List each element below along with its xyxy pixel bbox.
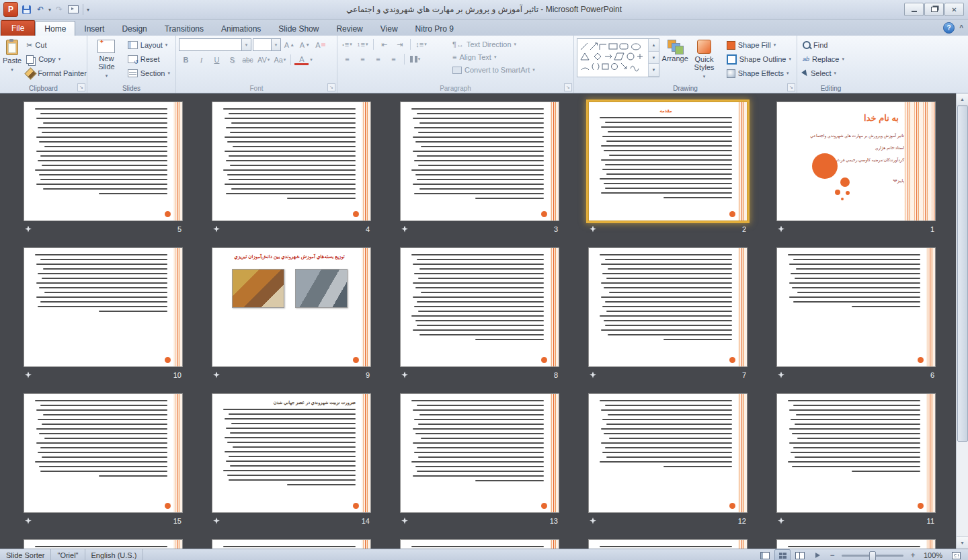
- underline-button[interactable]: U: [210, 54, 224, 66]
- slide-thumbnail-5[interactable]: [24, 102, 183, 221]
- align-left-button[interactable]: ≡: [340, 53, 354, 65]
- slide-thumbnail-partial[interactable]: [212, 539, 371, 549]
- character-spacing-button[interactable]: AV▾: [256, 54, 271, 66]
- slide-thumbnail-partial[interactable]: [588, 539, 748, 549]
- transition-star-icon[interactable]: [25, 372, 32, 378]
- scroll-down-arrow[interactable]: ▼: [957, 536, 968, 549]
- slide-thumbnail-14[interactable]: ضرورت تربيت شهروندي در عصر جهاني شدن: [212, 393, 371, 513]
- start-slideshow-button[interactable]: [67, 3, 79, 15]
- tab-nitro[interactable]: Nitro Pro 9: [407, 22, 462, 36]
- transition-star-icon[interactable]: [213, 518, 220, 524]
- zoom-slider-thumb[interactable]: [869, 551, 876, 560]
- find-button[interactable]: Find: [800, 38, 847, 52]
- align-text-button[interactable]: ≡Align Text▾: [452, 51, 535, 63]
- transition-star-icon[interactable]: [590, 518, 596, 524]
- transition-star-icon[interactable]: [25, 226, 32, 233]
- tab-review[interactable]: Review: [327, 22, 371, 36]
- slide-thumbnail-partial[interactable]: [24, 539, 183, 549]
- numbering-button[interactable]: 1≡▾: [356, 38, 370, 50]
- transition-star-icon[interactable]: [401, 226, 408, 233]
- justify-button[interactable]: ≡: [387, 53, 401, 65]
- section-button[interactable]: Section▾: [125, 67, 173, 80]
- slide-thumbnail-3[interactable]: [400, 102, 559, 221]
- slide-thumbnail-10[interactable]: [24, 247, 183, 367]
- grow-font-button[interactable]: A▲: [282, 39, 296, 51]
- transition-star-icon[interactable]: [590, 226, 596, 233]
- clear-formatting-button[interactable]: A: [313, 39, 327, 51]
- chevron-down-icon[interactable]: ▼: [271, 39, 280, 50]
- paste-button[interactable]: Paste ▾: [3, 38, 22, 83]
- scroll-up-icon[interactable]: ▲: [649, 39, 659, 52]
- tab-insert[interactable]: Insert: [75, 22, 113, 36]
- transition-star-icon[interactable]: [25, 518, 32, 524]
- save-button[interactable]: [20, 3, 32, 15]
- slide-thumbnail-13[interactable]: [400, 393, 559, 513]
- shape-outline-button[interactable]: Shape Outline▾: [724, 52, 794, 66]
- theme-indicator[interactable]: "Oriel": [51, 549, 85, 560]
- reset-button[interactable]: Reset: [125, 52, 173, 66]
- language-indicator[interactable]: English (U.S.): [85, 549, 144, 560]
- chevron-down-icon[interactable]: ▾: [310, 57, 313, 63]
- slide-thumbnail-11[interactable]: [776, 393, 936, 513]
- slide-thumbnail-7[interactable]: [588, 247, 748, 367]
- tab-file[interactable]: File: [1, 20, 35, 36]
- chevron-down-icon[interactable]: ▼: [241, 39, 251, 50]
- tab-home[interactable]: Home: [35, 21, 75, 36]
- format-painter-button[interactable]: Format Painter: [24, 67, 89, 80]
- tab-slideshow[interactable]: Slide Show: [270, 22, 327, 36]
- transition-star-icon[interactable]: [590, 372, 596, 378]
- align-right-button[interactable]: ≡: [371, 53, 385, 65]
- copy-button[interactable]: Copy▾: [24, 52, 89, 66]
- align-center-button[interactable]: ≡: [356, 53, 370, 65]
- layout-button[interactable]: Layout▾: [125, 38, 173, 52]
- arrange-button[interactable]: Arrange: [661, 38, 688, 83]
- slide-thumbnail-partial[interactable]: [400, 539, 559, 549]
- transition-star-icon[interactable]: [213, 372, 220, 378]
- change-case-button[interactable]: Aa▾: [272, 54, 287, 66]
- zoom-percentage[interactable]: 100%: [920, 551, 946, 559]
- bold-button[interactable]: B: [179, 54, 193, 66]
- strikethrough-button[interactable]: abc: [241, 54, 255, 66]
- slide-thumbnail-6[interactable]: [776, 247, 936, 367]
- columns-button[interactable]: ▾: [408, 53, 422, 65]
- slide-thumbnail-9[interactable]: توزيع بسته‌هاي آموزش شهروندي بين دانش‌آم…: [212, 247, 371, 367]
- slide-thumbnail-12[interactable]: [588, 393, 748, 513]
- shrink-font-button[interactable]: A▼: [298, 39, 312, 51]
- restore-button[interactable]: [924, 3, 944, 16]
- italic-button[interactable]: I: [194, 54, 208, 66]
- zoom-slider[interactable]: [842, 555, 903, 557]
- customize-qat-dropdown-icon[interactable]: ▾: [87, 7, 89, 13]
- line-spacing-button[interactable]: ↕≡▾: [414, 38, 428, 50]
- slide-thumbnail-1[interactable]: به نام خداتاثير آموزش وپرورش بر مهارت ها…: [776, 102, 936, 221]
- font-name-combobox[interactable]: ▼: [179, 38, 251, 51]
- shape-effects-button[interactable]: Shape Effects▾: [724, 67, 794, 80]
- slide-thumbnail-4[interactable]: [212, 102, 371, 221]
- decrease-indent-button[interactable]: ⇤: [377, 38, 391, 50]
- powerpoint-app-icon[interactable]: P: [3, 2, 18, 17]
- tab-transitions[interactable]: Transitions: [156, 22, 212, 36]
- zoom-out-button[interactable]: −: [827, 550, 838, 560]
- slide-thumbnail-partial[interactable]: [776, 539, 936, 549]
- slide-thumbnail-8[interactable]: [400, 247, 559, 367]
- font-size-combobox[interactable]: ▼: [253, 38, 281, 51]
- scrollbar-thumb[interactable]: [957, 106, 968, 442]
- undo-dropdown-icon[interactable]: ▾: [48, 7, 51, 13]
- normal-view-button[interactable]: [757, 549, 773, 560]
- collapse-ribbon-icon[interactable]: ^: [959, 24, 963, 32]
- shape-fill-button[interactable]: Shape Fill▾: [724, 38, 794, 52]
- scroll-up-arrow[interactable]: ▲: [957, 93, 968, 106]
- close-button[interactable]: ✕: [944, 3, 964, 16]
- text-shadow-button[interactable]: S: [225, 54, 239, 66]
- shapes-gallery[interactable]: ▲ ▼ ▼: [577, 38, 659, 77]
- bullets-button[interactable]: •≡▾: [340, 38, 354, 50]
- slide-thumbnail-15[interactable]: [24, 393, 183, 513]
- zoom-in-button[interactable]: +: [908, 550, 918, 560]
- quick-styles-button[interactable]: Quick Styles ▾: [690, 38, 717, 83]
- convert-to-smartart-button[interactable]: Convert to SmartArt▾: [452, 64, 535, 76]
- fit-to-window-button[interactable]: [948, 549, 964, 560]
- transition-star-icon[interactable]: [401, 518, 408, 524]
- vertical-scrollbar[interactable]: ▲ ▼: [956, 93, 968, 549]
- slide-thumbnail-2[interactable]: مقدمه: [588, 102, 748, 221]
- more-shapes-icon[interactable]: ▼: [649, 64, 659, 77]
- scroll-down-icon[interactable]: ▼: [649, 52, 659, 65]
